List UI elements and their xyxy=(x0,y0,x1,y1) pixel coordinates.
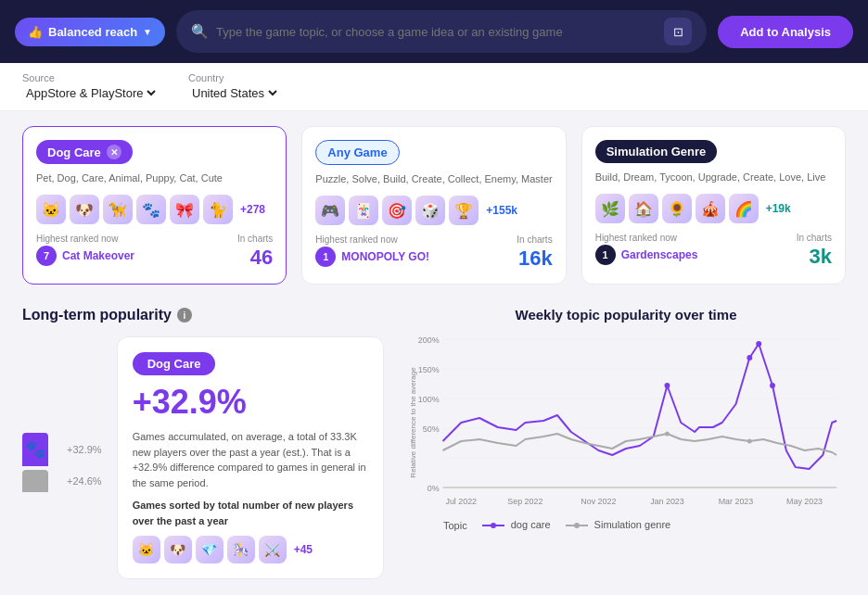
purple-bar-pct: +32.9% xyxy=(67,444,102,455)
mini-count: +45 xyxy=(294,543,313,556)
any-game-count: +155k xyxy=(486,204,517,217)
dog-care-close-icon[interactable]: ✕ xyxy=(107,145,121,159)
add-analysis-label: Add to Analysis xyxy=(740,25,831,39)
dog-care-in-charts: 46 xyxy=(237,246,273,270)
dog-care-tag[interactable]: Dog Care ✕ xyxy=(36,140,133,164)
gardenscapes-link[interactable]: Gardenscapes xyxy=(621,248,698,261)
sim-img-4: 🎪 xyxy=(696,194,725,223)
dog-care-popularity-card: Dog Care +32.9% Games accumulated, on av… xyxy=(117,336,384,579)
game-img-4: 🐾 xyxy=(136,195,166,224)
mini-img-5: ⚔️ xyxy=(259,536,287,563)
dog-care-keywords: Pet, Dog, Care, Animal, Puppy, Cat, Cute xyxy=(36,171,273,185)
cat-makeover-link[interactable]: Cat Makeover xyxy=(62,249,134,262)
dog-care-rank-badge: 7 xyxy=(36,246,57,266)
sparkle-icon: ⊡ xyxy=(673,25,683,39)
simulation-in-charts-label: In charts xyxy=(797,233,832,243)
svg-point-22 xyxy=(665,432,670,437)
sim-img-2: 🏠 xyxy=(629,194,658,223)
svg-point-21 xyxy=(770,383,775,388)
any-game-tag[interactable]: Any Game xyxy=(315,140,399,165)
country-filter: Country United States xyxy=(188,72,280,101)
legend-dog-care: dog care xyxy=(482,519,551,531)
svg-text:50%: 50% xyxy=(423,424,440,434)
svg-text:Jan 2023: Jan 2023 xyxy=(650,497,684,506)
game-img-5: 🎀 xyxy=(170,195,199,224)
svg-point-23 xyxy=(747,439,752,444)
simulation-highest-label: Highest ranked now xyxy=(595,233,698,243)
svg-text:May 2023: May 2023 xyxy=(786,497,823,506)
svg-point-18 xyxy=(664,383,670,388)
mini-img-2: 🐶 xyxy=(164,536,192,563)
simulation-count: +19k xyxy=(766,202,791,215)
any-game-tag-label: Any Game xyxy=(327,146,387,159)
search-bar: 🔍 ⊡ xyxy=(176,10,707,53)
svg-text:200%: 200% xyxy=(418,335,440,345)
chart-legend: Topic dog care Simulation genre xyxy=(406,519,846,531)
bar-purple: 🐾 +32.9% xyxy=(22,433,102,466)
dog-care-desc2: Games sorted by total number of new play… xyxy=(133,498,368,528)
chart-svg: 200% 150% 100% 50% 0% Jul 2022 Sep 2022 … xyxy=(406,330,846,515)
balanced-reach-button[interactable]: 👍 Balanced reach ▼ xyxy=(15,18,165,46)
any-game-rank-row: 1 MONOPOLY GO! xyxy=(315,247,429,267)
dog-care-count: +278 xyxy=(240,203,265,216)
main-content: Dog Care ✕ Pet, Dog, Care, Animal, Puppy… xyxy=(0,111,868,594)
bottom-section: Long-term popularity i 🐾 +32.9% +24.6% xyxy=(22,307,846,579)
any-game-img-1: 🎮 xyxy=(315,196,345,225)
dog-care-big-percent: +32.9% xyxy=(133,383,368,422)
mini-img-4: 🎠 xyxy=(227,536,255,563)
gray-bar xyxy=(22,470,48,492)
legend-topic-label: Topic xyxy=(443,520,467,531)
ai-search-button[interactable]: ⊡ xyxy=(664,18,692,45)
svg-text:0%: 0% xyxy=(428,484,440,493)
simulation-keywords: Build, Dream, Tycoon, Upgrade, Create, L… xyxy=(595,171,832,184)
dog-care-rank-row: 7 Cat Makeover xyxy=(36,246,134,266)
info-icon[interactable]: i xyxy=(177,308,192,323)
game-img-2: 🐶 xyxy=(70,195,99,224)
add-to-analysis-button[interactable]: Add to Analysis xyxy=(718,16,853,48)
emoji-icon: 👍 xyxy=(28,25,43,39)
source-filter: Source AppStore & PlayStore xyxy=(22,72,159,101)
any-game-keywords: Puzzle, Solve, Build, Create, Collect, E… xyxy=(315,172,552,186)
long-term-panel: Long-term popularity i 🐾 +32.9% +24.6% xyxy=(22,307,384,579)
highest-ranked-label: Highest ranked now xyxy=(36,234,134,244)
monopoly-go-link[interactable]: MONOPOLY GO! xyxy=(341,250,429,263)
game-img-3: 🦮 xyxy=(103,195,133,224)
svg-text:Mar 2023: Mar 2023 xyxy=(719,497,754,506)
simulation-stats: Highest ranked now 1 Gardenscapes In cha… xyxy=(595,233,832,269)
dog-care-desc1: Games accumulated, on average, a total o… xyxy=(133,429,368,490)
bar-indicators: 🐾 +32.9% +24.6% xyxy=(22,336,102,579)
bar-gray: +24.6% xyxy=(22,470,102,492)
mini-img-3: 💎 xyxy=(196,536,223,563)
gray-bar-pct: +24.6% xyxy=(67,475,102,487)
svg-text:Jul 2022: Jul 2022 xyxy=(445,497,477,506)
search-icon: 🔍 xyxy=(191,23,209,40)
dog-care-line xyxy=(443,344,837,469)
source-label: Source xyxy=(22,72,159,83)
game-img-6: 🐈 xyxy=(203,195,233,224)
any-game-img-4: 🎲 xyxy=(415,196,445,225)
legend-simulation: Simulation genre xyxy=(566,519,671,531)
topic-cards-row: Dog Care ✕ Pet, Dog, Care, Animal, Puppy… xyxy=(22,126,846,285)
simulation-rank-badge: 1 xyxy=(595,245,616,265)
sim-img-1: 🌿 xyxy=(595,194,625,223)
sim-img-3: 🌻 xyxy=(662,194,692,223)
svg-point-28 xyxy=(574,523,580,528)
any-game-img-5: 🏆 xyxy=(449,196,479,225)
search-input[interactable] xyxy=(216,25,657,39)
any-game-stats: Highest ranked now 1 MONOPOLY GO! In cha… xyxy=(315,234,552,271)
simulation-tag[interactable]: Simulation Genre xyxy=(595,140,718,163)
simulation-game-images: 🌿 🏠 🌻 🎪 🌈 +19k xyxy=(595,194,832,223)
popularity-row: 🐾 +32.9% +24.6% Dog Care +32.9% Games ac… xyxy=(22,336,384,579)
balanced-reach-label: Balanced reach xyxy=(48,25,137,39)
dog-care-game-images: 🐱 🐶 🦮 🐾 🎀 🐈 +278 xyxy=(36,195,273,224)
source-select[interactable]: AppStore & PlayStore xyxy=(22,85,159,101)
simulation-rank-row: 1 Gardenscapes xyxy=(595,245,698,265)
in-charts-label: In charts xyxy=(237,234,273,244)
svg-text:Sep 2022: Sep 2022 xyxy=(507,497,542,506)
any-game-highest-label: Highest ranked now xyxy=(315,234,429,245)
any-game-img-3: 🎯 xyxy=(382,196,412,225)
country-select[interactable]: United States xyxy=(188,85,280,101)
dog-care-card-title: Dog Care xyxy=(133,352,216,375)
topic-card-dog-care: Dog Care ✕ Pet, Dog, Care, Animal, Puppy… xyxy=(22,126,287,285)
country-label: Country xyxy=(188,72,280,83)
